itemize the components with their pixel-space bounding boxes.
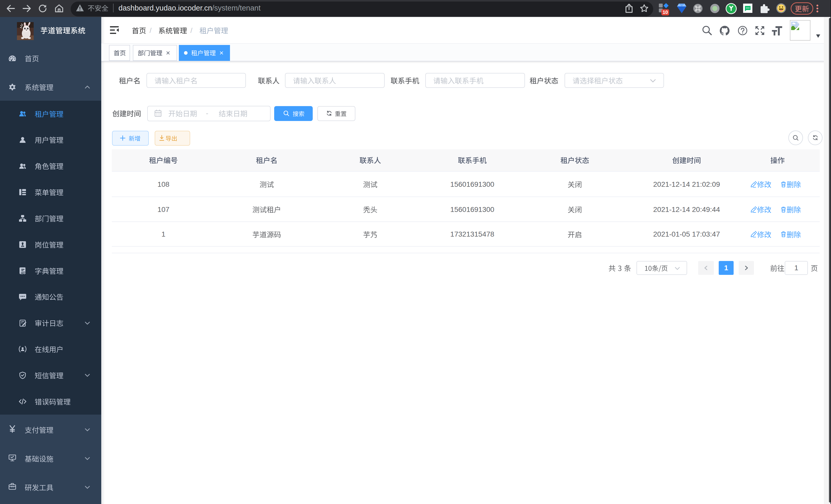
svg-text:10: 10 bbox=[662, 9, 668, 15]
